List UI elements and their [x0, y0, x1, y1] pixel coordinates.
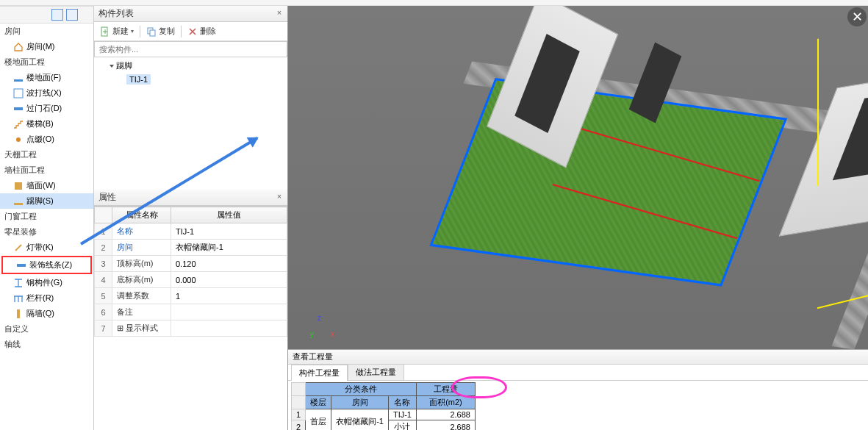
dot-icon: [13, 135, 24, 145]
svg-rect-0: [14, 79, 23, 82]
cell-value: 2.688: [416, 420, 475, 431]
nav-item-room[interactable]: 房间(M): [0, 39, 93, 54]
tree-item[interactable]: TIJ-1: [97, 73, 284, 86]
separator: [140, 26, 140, 37]
prop-value[interactable]: TIJ-1: [171, 223, 287, 240]
border-icon: [13, 88, 24, 98]
property-row[interactable]: 7⊞ 显示样式: [95, 320, 287, 337]
svg-rect-4: [15, 182, 22, 190]
col-name: 名称: [388, 396, 416, 409]
expand-icon[interactable]: [110, 65, 114, 68]
left-nav-panel: 房间 房间(M) 楼地面工程 楼地面(F) 波打线(X) 过门石(D) 楼梯(B…: [0, 6, 94, 430]
cell-room: 衣帽储藏间-1: [331, 409, 389, 431]
nav-section-ceiling[interactable]: 天棚工程: [0, 147, 93, 162]
tab-component-qty[interactable]: 构件工程量: [291, 365, 348, 381]
nav-label: 栏杆(R): [26, 293, 54, 304]
axis-x-label: x: [331, 330, 334, 338]
property-row[interactable]: 6备注: [95, 304, 287, 320]
property-row[interactable]: 1名称TIJ-1: [95, 223, 287, 240]
prop-value[interactable]: 衣帽储藏间-1: [171, 240, 287, 256]
property-row[interactable]: 3顶标高(m)0.120: [95, 256, 287, 272]
prop-name: 房间: [112, 240, 171, 256]
cell-value: 2.688: [416, 409, 475, 420]
col-index: [292, 383, 306, 396]
nav-label: 灯带(K): [26, 242, 54, 253]
table-row[interactable]: 1 首层 衣帽储藏间-1 TIJ-1 2.688: [292, 409, 476, 420]
tree-label: 踢脚: [116, 60, 132, 71]
prop-value[interactable]: [171, 304, 287, 320]
property-row[interactable]: 2房间衣帽储藏间-1: [95, 240, 287, 256]
partition-icon: [13, 309, 24, 319]
nav-item-room-label: 房间(M): [26, 41, 55, 52]
cell-floor: 首层: [306, 409, 331, 431]
col-room: 房间: [331, 396, 389, 409]
properties-header: 属性 ×: [94, 190, 287, 206]
col-area: 面积(m2): [416, 396, 475, 409]
nav-item-dengdai[interactable]: 灯带(K): [0, 240, 93, 255]
separator: [181, 26, 182, 37]
nav-item-tijiao[interactable]: 踢脚(S): [0, 193, 93, 209]
tree-item-label: TIJ-1: [126, 74, 151, 85]
nav-section-room[interactable]: 房间: [0, 24, 93, 39]
svg-rect-6: [17, 264, 26, 267]
nav-label: 装饰线条(Z): [29, 259, 72, 270]
prop-value[interactable]: 0.000: [171, 272, 287, 288]
search-input[interactable]: [95, 42, 287, 57]
prop-name: 备注: [112, 304, 171, 320]
new-file-icon: [100, 26, 110, 37]
light-icon: [13, 243, 24, 253]
col-group-class: 分类条件: [306, 383, 417, 396]
properties-grid[interactable]: 属性名称 属性值 1名称TIJ-12房间衣帽储藏间-13顶标高(m)0.1204…: [94, 206, 287, 430]
prop-value[interactable]: 1: [171, 288, 287, 304]
nav-item-stair[interactable]: 楼梯(B): [0, 116, 93, 132]
copy-button[interactable]: 复制: [143, 24, 178, 38]
delete-icon: [187, 26, 198, 37]
close-overlay-button[interactable]: ✕: [847, 7, 867, 26]
nav-item-floor[interactable]: 楼地面(F): [0, 70, 93, 85]
nav-item-zhuangshi[interactable]: 装饰线条(Z): [3, 257, 90, 273]
new-button[interactable]: 新建 ▾: [97, 24, 137, 38]
row-index: 7: [95, 320, 112, 337]
cell-subtotal: 小计: [388, 420, 416, 431]
row-index: 1: [95, 223, 112, 240]
nav-view-list-icon[interactable]: [51, 9, 63, 21]
svg-rect-10: [150, 30, 155, 36]
nav-item-threshold[interactable]: 过门石(D): [0, 101, 93, 116]
prop-name: 底标高(m): [112, 272, 171, 288]
nav-section-doorwin[interactable]: 门窗工程: [0, 209, 93, 224]
threshold-icon: [13, 104, 24, 114]
close-icon[interactable]: ×: [274, 192, 284, 202]
btn-label: 新建: [112, 26, 129, 37]
tree-root[interactable]: 踢脚: [97, 59, 284, 73]
prop-value[interactable]: 0.120: [171, 256, 287, 272]
delete-button[interactable]: 删除: [184, 24, 219, 38]
col-propname: 属性名称: [112, 207, 171, 223]
property-row[interactable]: 5调整系数1: [95, 288, 287, 304]
quantity-table[interactable]: 分类条件 工程量 楼层 房间 名称 面积(m2) 1 首层 衣帽储藏间-1 TI…: [291, 382, 476, 430]
nav-item-bodax[interactable]: 波打线(X): [0, 85, 93, 101]
line-icon: [16, 260, 26, 270]
nav-item-dianzhui[interactable]: 点缀(O): [0, 132, 93, 147]
nav-item-qiangmian[interactable]: 墙面(W): [0, 178, 93, 193]
nav-section-axis[interactable]: 轴线: [0, 337, 93, 352]
row-index: 4: [95, 272, 112, 288]
axis-z-label: z: [318, 314, 321, 322]
btn-label: 删除: [200, 26, 216, 37]
prop-value[interactable]: [171, 320, 287, 337]
steel-icon: [13, 278, 24, 288]
railing-icon: [13, 293, 24, 304]
nav-section-custom[interactable]: 自定义: [0, 321, 93, 337]
nav-item-langan[interactable]: 栏杆(R): [0, 290, 93, 306]
nav-view-grid-icon[interactable]: [66, 9, 78, 21]
nav-item-gangou[interactable]: 钢构件(G): [0, 275, 93, 290]
nav-item-geqiang[interactable]: 隔墙(Q): [0, 306, 93, 321]
nav-section-lingxing[interactable]: 零星装修: [0, 224, 93, 240]
component-search[interactable]: [94, 41, 287, 57]
nav-section-wallcol[interactable]: 墙柱面工程: [0, 162, 93, 178]
close-icon[interactable]: ×: [274, 8, 284, 18]
component-tree[interactable]: 踢脚 TIJ-1: [94, 57, 287, 190]
property-row[interactable]: 4底标高(m)0.000: [95, 272, 287, 288]
row-index: 1: [292, 409, 306, 420]
nav-section-floor[interactable]: 楼地面工程: [0, 54, 93, 70]
tab-method-qty[interactable]: 做法工程量: [348, 364, 404, 380]
